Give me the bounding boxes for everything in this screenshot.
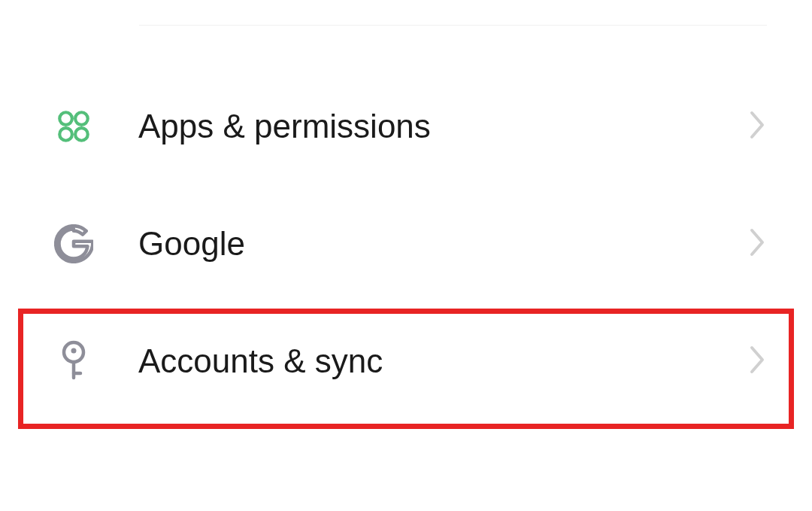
svg-point-5: [71, 348, 77, 354]
svg-point-2: [59, 128, 72, 141]
settings-item-label: Google: [138, 225, 749, 263]
svg-point-1: [75, 112, 88, 125]
settings-item-label: Apps & permissions: [138, 108, 749, 145]
settings-item-google[interactable]: Google: [0, 200, 812, 287]
key-icon: [53, 340, 95, 382]
chevron-right-icon: [749, 345, 767, 378]
section-divider: [139, 25, 767, 26]
settings-item-apps-permissions[interactable]: Apps & permissions: [0, 83, 812, 170]
settings-item-accounts-sync[interactable]: Accounts & sync: [0, 318, 812, 405]
svg-point-3: [75, 128, 88, 141]
settings-item-label: Accounts & sync: [138, 342, 749, 380]
settings-list: Apps & permissions Google: [0, 83, 812, 405]
svg-point-0: [59, 112, 72, 125]
chevron-right-icon: [749, 110, 767, 143]
apps-grid-icon: [53, 105, 95, 148]
google-icon: [53, 223, 95, 265]
chevron-right-icon: [749, 227, 767, 260]
